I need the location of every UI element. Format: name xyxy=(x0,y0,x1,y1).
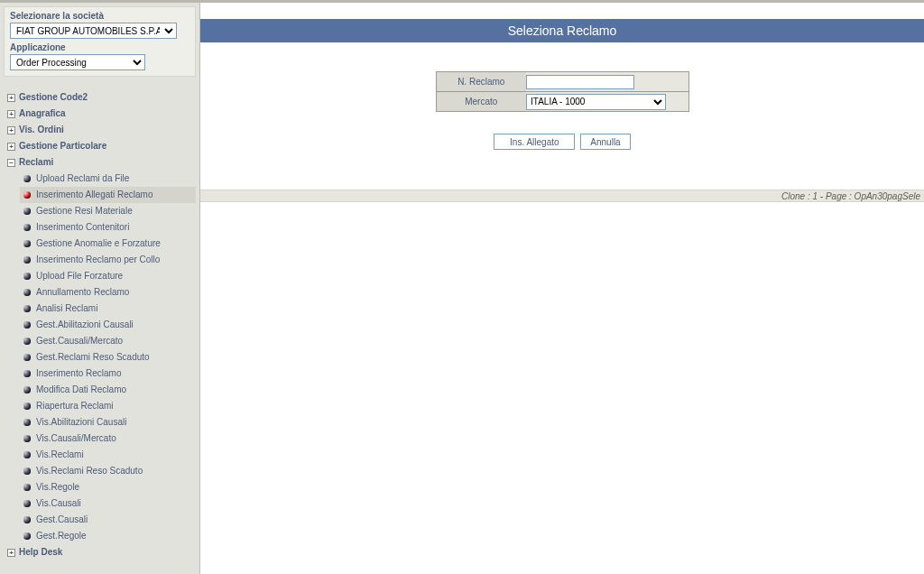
tree-subitem-label: Vis.Causali/Mercato xyxy=(36,432,192,445)
claim-form: N. Reclamo Mercato ITALIA - 1000 xyxy=(436,71,689,112)
page-title: Seleziona Reclamo xyxy=(200,19,924,42)
bullet-icon xyxy=(23,273,31,280)
tree-node[interactable]: −Reclami xyxy=(4,154,196,171)
tree-subitem[interactable]: Vis.Reclami xyxy=(20,447,196,463)
bullet-icon xyxy=(23,321,31,329)
expand-icon[interactable]: + xyxy=(7,126,15,134)
tree-subitem-label: Vis.Regole xyxy=(36,481,192,494)
bullet-icon xyxy=(23,289,31,296)
tree-subitem[interactable]: Gest.Causali/Mercato xyxy=(20,333,196,349)
bullet-icon xyxy=(23,354,31,361)
tree-subitem-label: Inserimento Reclamo per Collo xyxy=(36,254,192,266)
expand-icon[interactable]: + xyxy=(7,549,15,557)
bullet-icon xyxy=(23,403,31,410)
company-selector-block: Selezionare la società FIAT GROUP AUTOMO… xyxy=(4,6,196,77)
tree-node[interactable]: +Vis. Ordini xyxy=(4,122,196,138)
tree-subitem[interactable]: Inserimento Reclamo xyxy=(20,366,196,382)
company-select[interactable]: FIAT GROUP AUTOMOBILES S.P.A xyxy=(10,23,177,39)
tree-subitem-label: Inserimento Allegati Reclamo xyxy=(36,189,192,201)
tree-node[interactable]: +Anagrafica xyxy=(4,106,196,122)
tree-subitem[interactable]: Gestione Resi Materiale xyxy=(20,203,196,219)
expand-icon[interactable]: + xyxy=(7,110,15,118)
tree-node-helpdesk[interactable]: +Help Desk xyxy=(4,544,196,560)
tree-subitem[interactable]: Gest.Causali xyxy=(20,512,196,528)
collapse-icon[interactable]: − xyxy=(7,159,15,167)
nav-tree: +Gestione Code2+Anagrafica+Vis. Ordini+G… xyxy=(4,89,196,560)
tree-node-label: Vis. Ordini xyxy=(19,124,64,136)
button-row: Ins. Allegato Annulla xyxy=(200,134,924,150)
tree-subitem[interactable]: Gest.Regole xyxy=(20,528,196,544)
tree-subitem[interactable]: Vis.Abilitazioni Causali xyxy=(20,414,196,430)
annulla-button[interactable]: Annulla xyxy=(580,134,630,150)
tree-subitem-label: Gest.Reclami Reso Scaduto xyxy=(36,351,192,364)
tree-subitem[interactable]: Riapertura Reclami xyxy=(20,398,196,414)
application-select[interactable]: Order Processing xyxy=(10,54,145,70)
bullet-icon xyxy=(23,484,31,491)
bullet-icon xyxy=(23,516,31,523)
expand-icon[interactable]: + xyxy=(7,94,15,102)
bullet-icon xyxy=(23,338,31,345)
ins-allegato-button[interactable]: Ins. Allegato xyxy=(494,134,575,150)
bullet-icon xyxy=(23,386,31,393)
mercato-select[interactable]: ITALIA - 1000 xyxy=(526,94,666,110)
main-area: Seleziona Reclamo N. Reclamo Mercato ITA… xyxy=(200,3,924,574)
bullet-icon xyxy=(23,435,31,442)
tree-subitem-label: Vis.Abilitazioni Causali xyxy=(36,416,192,429)
expand-icon[interactable]: + xyxy=(7,143,15,151)
bullet-icon xyxy=(23,175,31,182)
tree-subitem-label: Gest.Causali xyxy=(36,514,192,526)
tree-subitem-label: Gestione Resi Materiale xyxy=(36,205,192,218)
tree-subitem[interactable]: Vis.Causali/Mercato xyxy=(20,430,196,447)
bullet-icon xyxy=(23,419,31,426)
company-label: Selezionare la società xyxy=(10,11,189,21)
tree-node-label: Reclami xyxy=(19,156,53,169)
application-label: Applicazione xyxy=(10,42,189,52)
tree-subitem-label: Annullamento Reclamo xyxy=(36,286,192,299)
tree-node-label: Gestione Code2 xyxy=(19,91,88,104)
n-reclamo-input[interactable] xyxy=(526,75,634,89)
tree-subitem-label: Analisi Reclami xyxy=(36,302,192,315)
form-wrap: N. Reclamo Mercato ITALIA - 1000 xyxy=(200,71,924,112)
tree-subitem[interactable]: Inserimento Allegati Reclamo xyxy=(20,187,196,203)
tree-subitem-label: Upload File Forzature xyxy=(36,270,192,282)
tree-subitem-label: Gestione Anomalie e Forzature xyxy=(36,237,192,250)
tree-subitem-label: Modifica Dati Reclamo xyxy=(36,384,192,396)
tree-subitem-label: Inserimento Reclamo xyxy=(36,367,192,380)
tree-node[interactable]: +Gestione Particolare xyxy=(4,138,196,154)
sidebar: Selezionare la società FIAT GROUP AUTOMO… xyxy=(0,3,200,574)
tree-subitem-label: Gest.Regole xyxy=(36,530,192,542)
tree-subitem-label: Riapertura Reclami xyxy=(36,400,192,412)
bullet-icon xyxy=(23,224,31,231)
tree-subitem[interactable]: Vis.Causali xyxy=(20,495,196,512)
bullet-icon xyxy=(23,370,31,377)
tree-subitem[interactable]: Inserimento Contenitori xyxy=(20,219,196,236)
mercato-label: Mercato xyxy=(436,92,526,112)
tree-subitem-label: Upload Reclami da File xyxy=(36,172,192,185)
bullet-icon xyxy=(23,256,31,264)
tree-subitem[interactable]: Vis.Reclami Reso Scaduto xyxy=(20,463,196,479)
n-reclamo-label: N. Reclamo xyxy=(436,72,526,92)
tree-subitem-label: Inserimento Contenitori xyxy=(36,221,192,234)
bullet-icon xyxy=(23,468,31,475)
footer-status: Clone : 1 - Page : OpAn30pagSele xyxy=(200,190,924,202)
tree-subitem[interactable]: Inserimento Reclamo per Collo xyxy=(20,252,196,268)
bullet-icon xyxy=(23,240,31,247)
tree-node-label: Anagrafica xyxy=(19,107,66,120)
tree-subitem-label: Gest.Causali/Mercato xyxy=(36,335,192,347)
tree-subitem[interactable]: Analisi Reclami xyxy=(20,301,196,317)
bullet-icon xyxy=(23,532,31,540)
tree-subitem[interactable]: Modifica Dati Reclamo xyxy=(20,382,196,398)
tree-subitem[interactable]: Annullamento Reclamo xyxy=(20,284,196,301)
tree-subitem[interactable]: Upload File Forzature xyxy=(20,268,196,284)
tree-subitem[interactable]: Upload Reclami da File xyxy=(20,171,196,187)
tree-subitem-label: Gest.Abilitazioni Causali xyxy=(36,319,192,331)
tree-subitem[interactable]: Gestione Anomalie e Forzature xyxy=(20,236,196,252)
tree-subitem[interactable]: Gest.Reclami Reso Scaduto xyxy=(20,349,196,366)
tree-node[interactable]: +Gestione Code2 xyxy=(4,89,196,106)
bullet-icon xyxy=(23,208,31,215)
bullet-icon xyxy=(23,305,31,312)
bullet-icon xyxy=(23,500,31,507)
bullet-icon xyxy=(23,451,31,458)
tree-subitem[interactable]: Gest.Abilitazioni Causali xyxy=(20,317,196,333)
tree-subitem[interactable]: Vis.Regole xyxy=(20,479,196,495)
